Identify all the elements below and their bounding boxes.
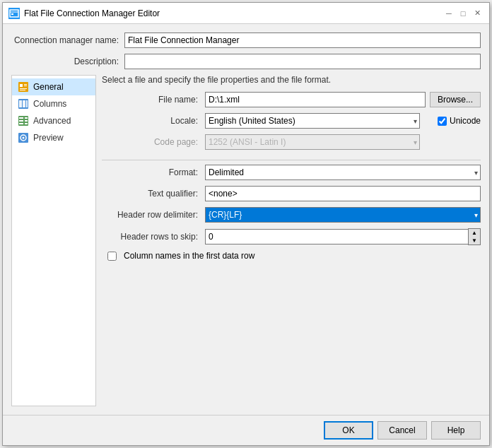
svg-rect-2 bbox=[11, 13, 13, 15]
file-name-input[interactable] bbox=[205, 92, 426, 107]
window-title: Flat File Connection Manager Editor bbox=[24, 8, 160, 18]
svg-rect-0 bbox=[10, 10, 18, 17]
svg-rect-19 bbox=[25, 123, 28, 124]
instruction-text: Select a file and specify the file prope… bbox=[102, 75, 481, 85]
help-button[interactable]: Help bbox=[431, 421, 481, 440]
sidebar-item-general[interactable]: General bbox=[12, 78, 95, 95]
header-rows-skip-row: Header rows to skip: ▲ ▼ bbox=[102, 228, 481, 245]
cancel-button[interactable]: Cancel bbox=[377, 421, 427, 440]
header-row-delimiter-label: Header row delimiter: bbox=[102, 210, 201, 220]
code-page-select[interactable]: 1252 (ANSI - Latin I) bbox=[205, 134, 420, 150]
title-bar: Flat File Connection Manager Editor ─ □ … bbox=[3, 3, 489, 24]
minimize-button[interactable]: ─ bbox=[443, 7, 455, 20]
svg-rect-7 bbox=[20, 88, 27, 89]
code-page-row: Code page: 1252 (ANSI - Latin I) ▾ bbox=[102, 134, 481, 150]
spinbox-up-button[interactable]: ▲ bbox=[469, 229, 480, 237]
content-area: Connection manager name: Description: bbox=[3, 24, 489, 415]
preview-icon bbox=[18, 132, 29, 143]
text-qualifier-label: Text qualifier: bbox=[102, 189, 201, 199]
advanced-icon bbox=[18, 115, 29, 126]
header-rows-skip-input[interactable] bbox=[205, 229, 468, 244]
spinbox-buttons: ▲ ▼ bbox=[468, 228, 481, 245]
header-row-delimiter-select[interactable]: {CR}{LF} {CR} {LF} Semicolon {;} bbox=[205, 207, 481, 223]
svg-rect-16 bbox=[19, 123, 23, 124]
svg-rect-10 bbox=[19, 100, 22, 107]
title-bar-left: Flat File Connection Manager Editor bbox=[8, 8, 160, 19]
main-window: Flat File Connection Manager Editor ─ □ … bbox=[2, 2, 490, 446]
format-label: Format: bbox=[102, 167, 201, 177]
svg-rect-17 bbox=[25, 117, 28, 119]
svg-rect-4 bbox=[20, 84, 23, 87]
columns-icon bbox=[18, 98, 29, 110]
svg-point-22 bbox=[23, 137, 25, 139]
description-input[interactable] bbox=[124, 54, 481, 69]
close-button[interactable]: ✕ bbox=[471, 7, 484, 20]
svg-rect-6 bbox=[24, 86, 27, 86]
header-rows-skip-label: Header rows to skip: bbox=[102, 232, 201, 242]
header-row-delimiter-row: Header row delimiter: {CR}{LF} {CR} {LF}… bbox=[102, 207, 481, 223]
sidebar-columns-label: Columns bbox=[33, 99, 66, 109]
general-icon bbox=[18, 81, 29, 93]
connection-name-input[interactable] bbox=[124, 33, 481, 48]
svg-rect-11 bbox=[23, 100, 25, 107]
svg-rect-5 bbox=[24, 84, 27, 85]
svg-rect-15 bbox=[19, 120, 23, 122]
header-rows-skip-spinbox: ▲ ▼ bbox=[205, 228, 481, 245]
code-page-label: Code page: bbox=[102, 137, 201, 147]
code-page-select-wrapper: 1252 (ANSI - Latin I) ▾ bbox=[205, 134, 420, 150]
format-select-wrapper: Delimited Fixed width Ragged right ▾ bbox=[205, 165, 481, 180]
text-qualifier-input[interactable] bbox=[205, 186, 481, 201]
file-name-label: File name: bbox=[102, 95, 201, 105]
sidebar-item-columns[interactable]: Columns bbox=[12, 95, 95, 112]
sidebar-general-label: General bbox=[33, 82, 64, 92]
footer: OK Cancel Help bbox=[3, 415, 489, 445]
separator-1 bbox=[102, 160, 481, 160]
column-names-row: Column names in the first data row bbox=[107, 251, 481, 261]
column-names-label[interactable]: Column names in the first data row bbox=[124, 251, 254, 261]
sidebar-item-preview[interactable]: Preview bbox=[12, 129, 95, 146]
browse-button[interactable]: Browse... bbox=[430, 92, 481, 107]
unicode-label[interactable]: Unicode bbox=[450, 116, 481, 126]
sidebar-item-advanced[interactable]: Advanced bbox=[12, 112, 95, 129]
connection-name-row: Connection manager name: bbox=[11, 33, 481, 48]
format-select[interactable]: Delimited Fixed width Ragged right bbox=[205, 165, 481, 180]
locale-select[interactable]: English (United States) English (United … bbox=[205, 113, 420, 129]
description-label: Description: bbox=[11, 57, 124, 66]
locale-select-wrapper: English (United States) English (United … bbox=[205, 113, 420, 129]
locale-row: Locale: English (United States) English … bbox=[102, 113, 481, 129]
column-names-checkbox[interactable] bbox=[107, 252, 117, 261]
spinbox-down-button[interactable]: ▼ bbox=[469, 237, 480, 244]
svg-rect-14 bbox=[19, 117, 23, 119]
header-row-delimiter-wrapper: {CR}{LF} {CR} {LF} Semicolon {;} ▾ bbox=[205, 207, 481, 223]
svg-rect-18 bbox=[25, 120, 28, 122]
sidebar: General Columns bbox=[11, 75, 96, 406]
ok-button[interactable]: OK bbox=[324, 421, 373, 440]
maximize-button[interactable]: □ bbox=[457, 7, 469, 20]
connection-name-label: Connection manager name: bbox=[11, 35, 124, 45]
sidebar-preview-label: Preview bbox=[33, 133, 64, 143]
svg-rect-12 bbox=[26, 100, 28, 107]
unicode-row: Unicode bbox=[424, 116, 481, 126]
window-icon bbox=[8, 8, 20, 19]
svg-rect-8 bbox=[20, 90, 25, 90]
sidebar-advanced-label: Advanced bbox=[33, 116, 71, 126]
right-panel: Select a file and specify the file prope… bbox=[102, 75, 481, 406]
file-name-row: File name: Browse... bbox=[102, 92, 481, 107]
text-qualifier-row: Text qualifier: bbox=[102, 186, 481, 201]
unicode-checkbox[interactable] bbox=[438, 117, 447, 126]
description-row: Description: bbox=[11, 54, 481, 69]
title-controls: ─ □ ✕ bbox=[443, 7, 484, 20]
main-area: General Columns bbox=[11, 75, 481, 406]
format-row: Format: Delimited Fixed width Ragged rig… bbox=[102, 165, 481, 180]
locale-label: Locale: bbox=[102, 116, 201, 126]
